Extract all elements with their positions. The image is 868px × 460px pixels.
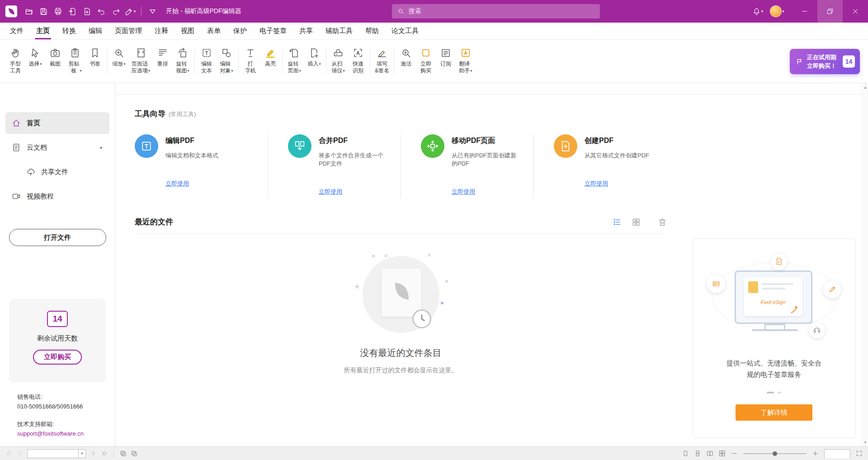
ribbon-select-button[interactable]: 选择▾ [25, 42, 45, 81]
create-doc-button[interactable] [80, 5, 94, 18]
continuous-view-button[interactable] [694, 450, 701, 457]
menu-tab-edit[interactable]: 编辑 [82, 23, 108, 39]
print-button[interactable] [51, 5, 65, 18]
zoom-in-button[interactable] [812, 450, 819, 457]
clear-recent-button[interactable] [658, 218, 667, 227]
ribbon-rotate-page-button[interactable]: 旋转 页面▾ [284, 42, 304, 81]
menu-tab-comment[interactable]: 注释 [148, 23, 175, 39]
sidebar-item-home[interactable]: 首页 [5, 112, 109, 134]
scroll-up-icon[interactable]: ▲ [862, 84, 868, 90]
use-now-link-combine-pdf[interactable]: 立即使用 [319, 188, 342, 196]
carousel-dot[interactable] [777, 392, 782, 394]
use-now-link-move-pdf-pages[interactable]: 立即使用 [452, 188, 475, 196]
undo-button[interactable] [94, 5, 108, 18]
minimize-button[interactable] [792, 0, 817, 23]
page-dropdown-button[interactable]: ▼ [78, 450, 85, 458]
open-folder-button[interactable] [22, 5, 36, 18]
menu-tab-home[interactable]: 主页 [30, 23, 56, 39]
facing-view-button[interactable] [707, 450, 713, 457]
page-number-input[interactable] [28, 450, 78, 458]
trial-card: 14 剩余试用天数 立即购买 [9, 299, 106, 382]
chevron-down-icon: ▾ [148, 67, 150, 74]
ribbon-translate-assistant-button[interactable]: 翻译 助手▾ [456, 42, 476, 81]
snapshot-pages-icon [120, 450, 127, 457]
ribbon-fill-sign-button[interactable]: 填写 &签名 [372, 42, 392, 81]
open-file-button[interactable]: 打开文件 [9, 229, 106, 246]
ribbon-snapshot-button[interactable]: 截图 [45, 42, 65, 81]
zoom-slider[interactable] [743, 453, 807, 454]
main-area: 工具向导 (常用工具) 编辑PDF编辑文档和文本格式立即使用合并PDF将多个文件… [115, 83, 868, 446]
menu-tab-esign[interactable]: 电子签章 [253, 23, 293, 39]
ribbon-quick-ocr-button[interactable]: 快速 识别 [348, 42, 368, 81]
esign-pen-button[interactable]: ▾ [123, 5, 137, 18]
ribbon-clipboard-button[interactable]: 剪贴 板▾ [65, 42, 85, 81]
fullscreen-button[interactable] [856, 450, 863, 457]
ribbon-reflow-button[interactable]: 重排 [153, 42, 173, 81]
menu-tab-page-manage[interactable]: 页面管理 [108, 23, 148, 39]
prev-page-button[interactable] [16, 450, 23, 457]
facing-continuous-view-button[interactable] [719, 450, 726, 457]
ribbon-from-scanner-button[interactable]: 从扫 描仪▾ [328, 42, 348, 81]
grid-view-button[interactable] [632, 218, 641, 227]
menu-tab-file[interactable]: 文件 [4, 23, 30, 39]
tool-card-title: 移动PDF页面 [452, 136, 522, 146]
sidebar-item-cloud-docs[interactable]: 云文档▾ [5, 137, 109, 158]
menu-tab-help[interactable]: 帮助 [359, 23, 385, 39]
zoom-slider-thumb[interactable] [773, 451, 777, 456]
ribbon-edit-text-button[interactable]: 编辑 文本 [197, 42, 217, 81]
menu-tab-share[interactable]: 共享 [293, 23, 319, 39]
list-view-button[interactable] [613, 218, 622, 227]
menu-tab-protect[interactable]: 保护 [227, 23, 253, 39]
export-button[interactable] [66, 5, 79, 18]
last-page-button[interactable] [101, 450, 108, 457]
zoom-value-input[interactable] [825, 450, 850, 458]
snapshot-pages-button[interactable] [120, 450, 127, 457]
duplicate-pages-button[interactable] [131, 450, 137, 457]
ribbon-activate-button[interactable]: 激活 [396, 42, 416, 81]
search-box[interactable]: 搜索 [392, 4, 600, 19]
scroll-down-icon[interactable]: ▼ [862, 439, 868, 446]
ribbon-page-fit-button[interactable]: 页面适 应选项▾ [129, 42, 153, 81]
close-button[interactable] [843, 0, 868, 23]
restore-button[interactable] [817, 0, 843, 23]
first-page-button[interactable] [5, 450, 12, 457]
save-button[interactable] [37, 5, 50, 18]
account-button[interactable]: ▾ [767, 5, 787, 18]
sidebar-item-video-tutorials[interactable]: 视频教程 [5, 185, 109, 207]
menu-tab-convert[interactable]: 转换 [56, 23, 82, 39]
ribbon-zoom-button[interactable]: 缩放▾ [109, 42, 129, 81]
support-email-link[interactable]: support@foxitsoftware.cn [17, 429, 84, 438]
trial-banner-button[interactable]: 正在试用期 立即购买！ 14 [790, 49, 860, 74]
menu-tab-accessibility[interactable]: 辅助工具 [319, 23, 359, 39]
sidebar-item-shared-files[interactable]: 共享文件 [5, 161, 109, 183]
next-page-button[interactable] [90, 450, 97, 457]
zoom-out-button[interactable] [731, 450, 738, 457]
use-now-link-create-pdf[interactable]: 立即使用 [585, 180, 608, 188]
edit-text-icon [201, 46, 212, 60]
edit-object-icon [221, 46, 232, 60]
ribbon-buy-now-button[interactable]: 立即 购买 [416, 42, 436, 81]
foxit-logo[interactable] [5, 5, 18, 18]
ribbon-rotate-view-button[interactable]: 旋转 视图▾ [173, 42, 193, 81]
ribbon-subscribe-button[interactable]: 订阅 [436, 42, 456, 81]
ribbon-hand-tool-button[interactable]: 手型 工具 [5, 42, 25, 81]
menu-tab-view[interactable]: 视图 [175, 23, 201, 39]
ribbon-typewriter-button[interactable]: 打 字机 [241, 42, 260, 81]
menu-tab-form[interactable]: 表单 [201, 23, 227, 39]
ribbon-bookmark-button[interactable]: 书签 [85, 42, 105, 81]
ribbon-highlight-button[interactable]: 高亮 [260, 42, 280, 81]
single-page-view-button[interactable] [682, 450, 689, 457]
learn-more-button[interactable]: 了解详情 [736, 404, 812, 421]
notifications-button[interactable]: ▾ [751, 5, 764, 18]
ribbon-edit-object-button[interactable]: 编辑 对象▾ [217, 42, 236, 81]
menu-tab-paper-tools[interactable]: 论文工具 [385, 23, 425, 39]
buy-now-button[interactable]: 立即购买 [33, 350, 82, 365]
vertical-scrollbar[interactable]: ▲ ▼ [862, 83, 868, 446]
collapse-button[interactable] [146, 5, 159, 18]
redo-button[interactable] [109, 5, 123, 18]
translate-assistant-icon [460, 46, 471, 60]
ribbon-insert-button[interactable]: 插入▾ [304, 42, 324, 81]
tool-card-create-pdf: 创建PDF从其它格式文件创建PDF立即使用 [533, 134, 666, 199]
carousel-dot-active[interactable] [767, 392, 774, 394]
use-now-link-edit-pdf[interactable]: 立即使用 [165, 180, 189, 188]
